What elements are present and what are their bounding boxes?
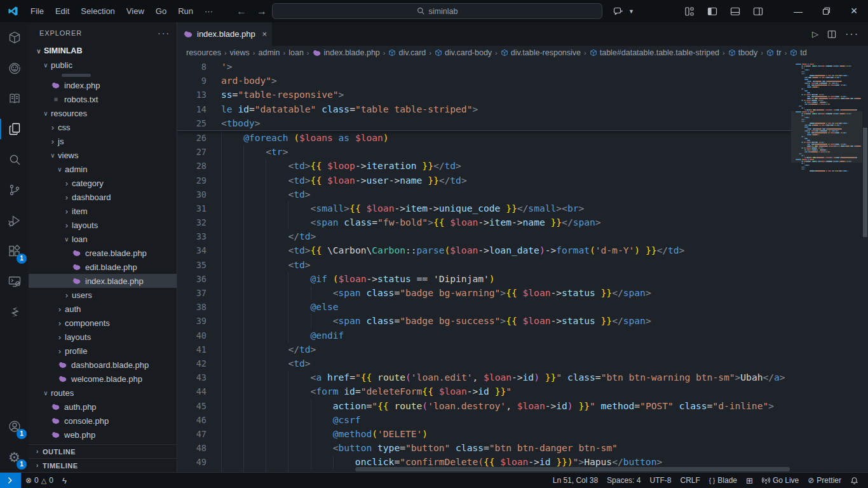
zap-indicator[interactable]: ϟ [58,473,71,488]
split-editor-icon[interactable] [827,30,836,39]
breadcrumb-div-table-responsive[interactable]: div.table-responsive [501,48,581,57]
tree-file-index.php[interactable]: index.php [29,78,177,92]
run-debug-icon[interactable] [0,205,29,236]
breadcrumb-views[interactable]: views [230,48,250,57]
tree-folder-css[interactable]: ›css [29,120,177,134]
code-line-34[interactable]: 34<td>{{ \Carbon\Carbon::parse($loan->lo… [177,243,791,257]
toggle-primary-sidebar-icon[interactable] [703,3,722,20]
run-file-icon[interactable]: ▷ [812,29,818,39]
prettier[interactable]: ⊘ Prettier [803,473,846,488]
customize-layout-icon[interactable] [680,3,699,20]
eol-sequence[interactable]: CRLF [675,473,704,488]
menu-selection[interactable]: Selection [75,4,120,18]
tab-index-blade-php[interactable]: index.blade.php × [177,22,273,46]
search-icon[interactable] [0,144,29,175]
code-lines[interactable]: 26@foreach ($loans as $loan)27<tr>28<td>… [177,131,791,472]
tree-file-auth.php[interactable]: auth.php [29,400,177,414]
table-extension-indicator[interactable]: ⊞ [742,473,757,488]
editor-more-actions-icon[interactable]: ··· [845,29,859,40]
code-line-25[interactable]: 25<tbody> [177,116,791,130]
section-outline[interactable]: ›OUTLINE [29,444,177,458]
window-minimize-button[interactable]: — [784,0,812,22]
code-line-27[interactable]: 27<tr> [177,145,791,159]
tree-folder-admin[interactable]: ∨admin [29,162,177,176]
tree-folder-dashboard[interactable]: ›dashboard [29,190,177,204]
breadcrumb-tbody[interactable]: tbody [728,48,758,57]
explorer-icon[interactable] [0,114,29,144]
tree-file-welcome.blade.php[interactable]: welcome.blade.php [29,372,177,386]
tree-folder-category[interactable]: ›category [29,176,177,190]
remote-indicator[interactable] [0,473,21,488]
vertical-scrollbar[interactable] [862,60,868,472]
code-line-14[interactable]: 14le id="datatable" class="table table-s… [177,102,791,116]
code-line-30[interactable]: 30<td> [177,187,791,201]
breadcrumb-td[interactable]: td [790,48,806,57]
menu-file[interactable]: File [25,4,50,18]
code-line-47[interactable]: 47@method('DELETE') [177,427,791,441]
tree-folder-siminlab[interactable]: ∨SIMINLAB [29,44,177,58]
breadcrumb-admin[interactable]: admin [259,48,280,57]
tree-folder-profile[interactable]: ›profile [29,344,177,358]
copilot-chat-icon[interactable] [609,3,628,20]
tree-file-robots.txt[interactable]: ≡robots.txt [29,92,177,106]
breadcrumb-div-card-body[interactable]: div.card-body [435,48,492,57]
s-logo-icon[interactable] [0,297,29,327]
tree-file-dashboard.blade.php[interactable]: dashboard.blade.php [29,358,177,372]
nav-forward-icon[interactable]: → [257,6,267,17]
breadcrumb-div-card[interactable]: div.card [388,48,426,57]
encoding[interactable]: UTF-8 [645,473,675,488]
toggle-panel-icon[interactable] [726,3,745,20]
menu-go[interactable]: Go [150,4,172,18]
tree-folder-layouts[interactable]: ›layouts [29,218,177,232]
indentation[interactable]: Spaces: 4 [602,473,645,488]
go-live[interactable]: Go Live [757,473,803,488]
breadcrumb-tr[interactable]: tr [766,48,782,57]
explorer-more-actions-icon[interactable]: ··· [158,28,170,38]
code-line-43[interactable]: 43<a href="{{ route('loan.edit', $loan->… [177,370,791,384]
code-line-29[interactable]: 29<td>{{ $loan->user->name }}</td> [177,173,791,187]
code-line-9[interactable]: 9ard-body"> [177,74,791,88]
section-timeline[interactable]: ›TIMELINE [29,458,177,472]
tree-folder-loan[interactable]: ∨loan [29,232,177,246]
accounts-icon[interactable]: 1 [0,411,29,442]
code-line-44[interactable]: 44<form id="deleteForm{{ $loan->id }}" [177,384,791,398]
breadcrumb-table-datatable-table-table-striped[interactable]: table#datatable.table.table-striped [590,48,719,57]
tab-close-icon[interactable]: × [262,29,267,39]
window-restore-button[interactable] [812,0,840,22]
cursor-position[interactable]: Ln 51, Col 38 [548,473,602,488]
code-line-13[interactable]: 13ss="table-responsive"> [177,88,791,102]
code-line-45[interactable]: 45action="{{ route('loan.destroy', $loan… [177,399,791,413]
code-line-32[interactable]: 32<span class="fw-bold">{{ $loan->item->… [177,215,791,229]
extensions-icon[interactable]: 1 [0,236,29,266]
code-line-42[interactable]: 42<td> [177,356,791,370]
nav-back-icon[interactable]: ← [236,6,247,17]
minimap[interactable] [791,60,862,472]
tree-file-create.blade.php[interactable]: create.blade.php [29,246,177,260]
notifications[interactable] [846,473,863,488]
toggle-secondary-sidebar-icon[interactable] [749,3,768,20]
code-line-35[interactable]: 35<td> [177,258,791,272]
tree-file-web.php[interactable]: web.php [29,428,177,442]
tree-folder-routes[interactable]: ∨routes [29,386,177,400]
tree-file-edit.blade.php[interactable]: edit.blade.php [29,260,177,274]
package-icon[interactable] [0,22,29,53]
book-icon[interactable] [0,83,29,114]
tree-file-index.blade.php[interactable]: index.blade.php [29,274,177,288]
menu-run[interactable]: Run [172,4,199,18]
code-line-31[interactable]: 31<small>{{ $loan->item->unique_code }}<… [177,201,791,215]
code-line-41[interactable]: 41</td> [177,342,791,356]
code-line-26[interactable]: 26@foreach ($loans as $loan) [177,131,791,145]
code-line-40[interactable]: 40@endif [177,329,791,342]
chevron-down-icon[interactable]: ▼ [628,8,634,15]
menu-edit[interactable]: Edit [50,4,75,18]
code-line-48[interactable]: 48<button type="button" class="btn btn-d… [177,441,791,455]
code-line-37[interactable]: 37<span class="badge bg-warning">{{ $loa… [177,286,791,300]
code-line-46[interactable]: 46@csrf [177,413,791,427]
code-line-33[interactable]: 33</td> [177,229,791,243]
tree-folder-resources[interactable]: ∨resources [29,106,177,120]
command-center-search[interactable]: siminlab [272,3,602,19]
menu-[interactable]: ··· [199,4,219,18]
tree-folder-users[interactable]: ›users [29,288,177,302]
tree-file-console.php[interactable]: console.php [29,414,177,428]
problems-indicator[interactable]: ⊗ 0 △ 0 [21,473,58,488]
